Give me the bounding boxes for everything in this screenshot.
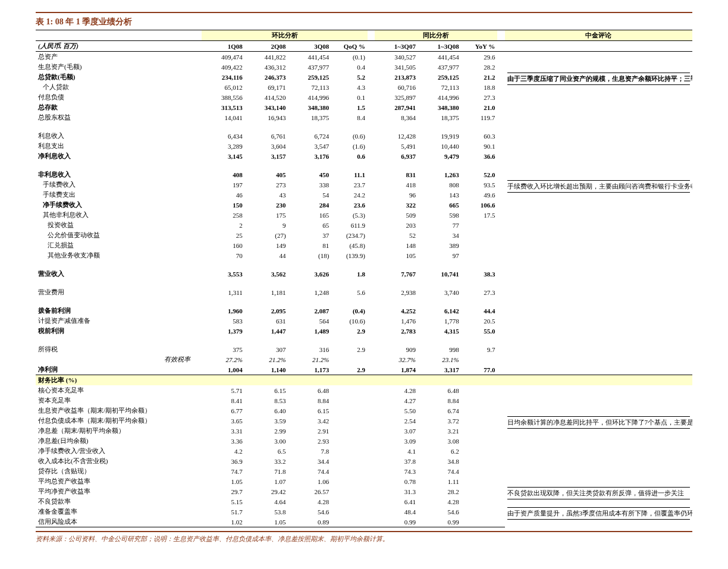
cell: 441,454 — [418, 52, 462, 62]
table-row: 总资产409,474441,822441,454(0.1)340,527441,… — [36, 52, 692, 62]
cell: 230 — [245, 200, 288, 210]
row-sublabel — [162, 436, 202, 446]
table-row: 投资收益2965611.920377 — [36, 220, 692, 230]
cell: 10,440 — [418, 141, 462, 151]
cell: 6,937 — [375, 151, 418, 161]
cell: 5.15 — [202, 496, 245, 507]
cell: 27.3 — [462, 287, 498, 297]
row-label: 付息负债成本率（期末/期初平均余额） — [36, 416, 162, 426]
cell: 49.6 — [462, 190, 498, 200]
cell: 71.8 — [245, 466, 288, 476]
cell: 5,491 — [375, 141, 418, 151]
row-sublabel — [162, 131, 202, 141]
cell: 29.7 — [202, 486, 245, 496]
row-sublabel — [162, 287, 202, 297]
cell: 21.2 — [462, 72, 498, 82]
row-sublabel — [162, 517, 202, 527]
comment-cell — [505, 141, 693, 151]
cell: 165 — [288, 210, 332, 220]
cell: 34.4 — [288, 456, 332, 466]
row-label: 生息资产(毛额) — [36, 62, 162, 72]
table-row: 平均净资产收益率29.729.4226.5731.328.2不良贷款出现双降，但… — [36, 486, 692, 496]
footer-source: 资料来源：公司资料、中金公司研究部；说明：生息资产收益率、付息负债成本率、净息差… — [36, 531, 692, 543]
row-sublabel — [162, 250, 202, 260]
comment-cell — [505, 151, 693, 161]
cell: 5.6 — [331, 287, 368, 297]
table-row: 利息收入6,4346,7616,724(0.6)12,42819,91960.3 — [36, 131, 692, 141]
cell: 74.4 — [288, 466, 332, 476]
row-label: 手续费支出 — [36, 190, 162, 200]
cell: 583 — [202, 316, 245, 326]
cell: 1.06 — [288, 476, 332, 486]
cell: 119.7 — [462, 112, 498, 122]
cell: 3,626 — [288, 269, 332, 279]
row-sublabel — [162, 486, 202, 496]
comment-cell — [505, 364, 693, 375]
cell — [462, 220, 498, 230]
cell: 51.7 — [202, 507, 245, 517]
comment-cell: 日均余额计算的净息差同比持平，但环比下降了7个基点，主要是由于市场利率的下降和贷… — [505, 416, 693, 446]
cell: 450 — [288, 169, 332, 180]
cell — [462, 466, 498, 476]
cell: 3,547 — [288, 141, 332, 151]
cell: 1,874 — [375, 364, 418, 375]
cell: 44 — [245, 250, 288, 260]
comment-cell: 由于三季度压缩了同业资产的规模，生息资产余额环比持平；三季度存款增长有所放缓。 — [505, 72, 693, 122]
row-sublabel — [162, 230, 202, 240]
cell: 5.50 — [375, 405, 418, 416]
cell: 37.8 — [375, 456, 418, 466]
cell — [331, 436, 368, 446]
cell: (18) — [288, 250, 332, 260]
cell: 48.4 — [375, 507, 418, 517]
table-row: 贷存比（含贴现）74.771.874.474.374.4 — [36, 466, 692, 476]
row-sublabel — [162, 416, 202, 426]
cell: 36.9 — [202, 456, 245, 466]
table-row: 汇兑损益16014981(45.8)148389 — [36, 240, 692, 250]
table-row — [36, 260, 692, 269]
comment-cell: 由于资产质量提升，虽然3季度信用成本有所下降，但覆盖率仍环比提升了1个百分点。 — [505, 507, 693, 527]
table-row: 净利息收入3,1453,1573,1760.66,9379,47936.6 — [36, 151, 692, 161]
cell: (0.6) — [331, 131, 368, 141]
comment-cell — [505, 131, 693, 141]
cell — [331, 405, 368, 416]
cell: 54.6 — [288, 507, 332, 517]
row-sublabel — [162, 364, 202, 375]
cell — [462, 476, 498, 486]
row-label: 核心资本充足率 — [36, 385, 162, 395]
row-label: 投资收益 — [36, 220, 162, 230]
cell: 284 — [288, 200, 332, 210]
cell: 4.1 — [375, 446, 418, 456]
table-row: 计提资产减值准备583631564(10.6)1,4761,77820.5 — [36, 316, 692, 326]
cell: (234.7) — [331, 230, 368, 240]
cell: 21.0 — [462, 102, 498, 112]
cell: 631 — [245, 316, 288, 326]
cell: 808 — [418, 180, 462, 190]
cell: (27) — [245, 230, 288, 240]
cell: 70 — [202, 250, 245, 260]
qoq-header: 环比分析 — [202, 30, 368, 41]
row-sublabel — [162, 52, 202, 62]
cell — [331, 446, 368, 456]
cell: 2,938 — [375, 287, 418, 297]
cell: 6.48 — [288, 385, 332, 395]
cell — [462, 517, 498, 527]
cell: (139.9) — [331, 250, 368, 260]
cell: 1,778 — [418, 316, 462, 326]
header-group-row: 环比分析 同比分析 中金评论 — [36, 30, 692, 41]
cell: 6,761 — [245, 131, 288, 141]
cell: 234,116 — [202, 72, 245, 82]
cell: 7,767 — [375, 269, 418, 279]
cell: 29.42 — [245, 486, 288, 496]
cell: 307 — [245, 344, 288, 354]
table-row: 净手续费收入/营业收入4.26.57.84.16.2 — [36, 446, 692, 456]
cell: 2,087 — [288, 306, 332, 316]
cell: 3,317 — [418, 364, 462, 375]
row-sublabel: 有效税率 — [162, 354, 202, 364]
cell: 909 — [375, 344, 418, 354]
table-row — [36, 161, 692, 169]
cell: 2.9 — [331, 344, 368, 354]
row-label: 付息负债 — [36, 92, 162, 102]
cell: 23.1% — [418, 354, 462, 364]
cell: 3,145 — [202, 151, 245, 161]
cell: 8,364 — [375, 112, 418, 122]
